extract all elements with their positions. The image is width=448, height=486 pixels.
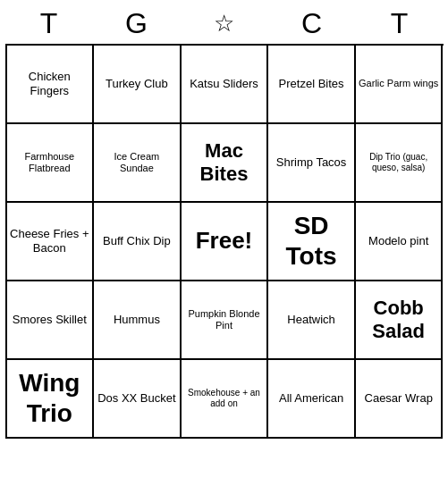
- cell-8: Shrimp Tacos: [268, 124, 356, 203]
- bingo-card: T G ☆ C T Chicken FingersTurkey ClubKats…: [5, 5, 444, 439]
- bingo-grid: Chicken FingersTurkey ClubKatsu SlidersP…: [5, 44, 444, 439]
- header-g: G: [93, 5, 181, 44]
- cell-6: Ice Cream Sundae: [94, 124, 182, 203]
- cell-2: Katsu Sliders: [182, 46, 269, 124]
- cell-10: Cheese Fries + Bacon: [7, 203, 95, 281]
- cell-5: Farmhouse Flatbread: [7, 124, 95, 203]
- cell-9: Dip Trio (guac, queso, salsa): [356, 124, 444, 203]
- cell-21: Dos XX Bucket: [94, 360, 182, 439]
- cell-22: Smokehouse + an add on: [182, 360, 269, 439]
- cell-3: Pretzel Bites: [268, 46, 356, 124]
- star-icon: ☆: [214, 10, 234, 38]
- cell-24: Caesar Wrap: [356, 360, 444, 439]
- cell-13: SD Tots: [268, 203, 356, 281]
- header-t1: T: [5, 5, 93, 44]
- header-star: ☆: [181, 5, 268, 44]
- cell-19: Cobb Salad: [356, 281, 444, 360]
- cell-18: Heatwich: [268, 281, 356, 360]
- cell-0: Chicken Fingers: [7, 46, 95, 124]
- header-row: T G ☆ C T: [5, 5, 444, 44]
- cell-1: Turkey Club: [94, 46, 182, 124]
- cell-14: Modelo pint: [356, 203, 444, 281]
- cell-20: Wing Trio: [7, 360, 95, 439]
- cell-7: Mac Bites: [182, 124, 269, 203]
- cell-12: Free!: [182, 203, 269, 281]
- cell-17: Pumpkin Blonde Pint: [182, 281, 269, 360]
- cell-15: Smores Skillet: [7, 281, 95, 360]
- cell-16: Hummus: [94, 281, 182, 360]
- header-t2: T: [356, 5, 444, 44]
- cell-23: All American: [268, 360, 356, 439]
- cell-11: Buff Chix Dip: [94, 203, 182, 281]
- header-c: C: [268, 5, 356, 44]
- cell-4: Garlic Parm wings: [356, 46, 444, 124]
